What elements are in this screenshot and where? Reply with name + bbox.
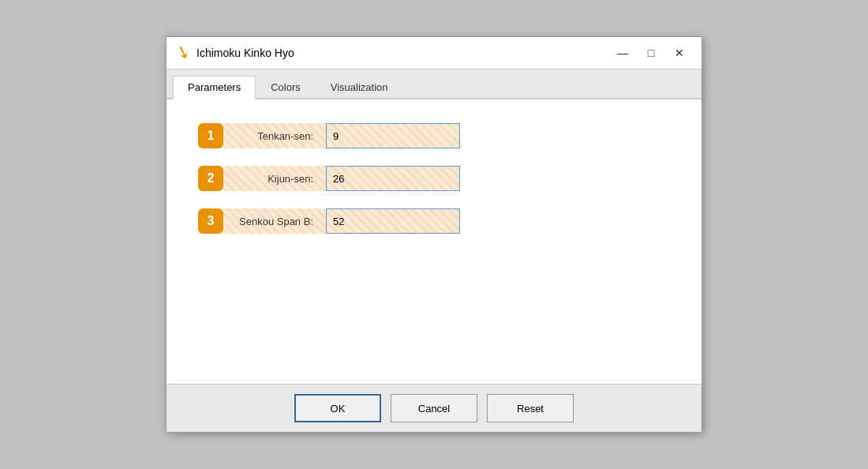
footer: OK Cancel Reset xyxy=(166,384,702,432)
window-title: Ichimoku Kinko Hyo xyxy=(196,47,294,59)
minimize-button[interactable]: — xyxy=(610,43,635,62)
tab-colors[interactable]: Colors xyxy=(256,76,316,99)
tab-parameters[interactable]: Parameters xyxy=(173,76,256,99)
param-input-tenkan[interactable] xyxy=(326,123,460,148)
title-bar-left: ➘ Ichimoku Kinko Hyo xyxy=(176,44,294,62)
param-row-1: 1 Tenkan-sen: xyxy=(198,123,670,148)
param-label-senkou: Senkou Span B: xyxy=(223,208,326,234)
ok-button[interactable]: OK xyxy=(294,394,381,422)
maximize-button[interactable]: □ xyxy=(638,43,664,62)
param-row-3: 3 Senkou Span B: xyxy=(198,208,670,234)
badge-1: 1 xyxy=(198,123,223,148)
title-bar-controls: — □ ✕ xyxy=(610,43,692,62)
close-button[interactable]: ✕ xyxy=(667,43,692,62)
param-row-2: 2 Kijun-sen: xyxy=(198,166,670,191)
badge-3: 3 xyxy=(198,208,223,234)
content-area: 1 Tenkan-sen: 2 Kijun-sen: 3 Senkou Span… xyxy=(166,99,702,384)
badge-2: 2 xyxy=(198,166,223,191)
tab-bar: Parameters Colors Visualization xyxy=(166,69,702,99)
title-bar: ➘ Ichimoku Kinko Hyo — □ ✕ xyxy=(166,37,702,69)
param-label-tenkan: Tenkan-sen: xyxy=(223,123,326,148)
cancel-button[interactable]: Cancel xyxy=(391,394,477,422)
dialog-window: ➘ Ichimoku Kinko Hyo — □ ✕ Parameters Co… xyxy=(166,36,702,433)
tab-visualization[interactable]: Visualization xyxy=(316,76,403,99)
param-input-kijun[interactable] xyxy=(326,166,460,191)
param-label-kijun: Kijun-sen: xyxy=(223,166,326,191)
arrow-icon: ➘ xyxy=(174,43,193,64)
reset-button[interactable]: Reset xyxy=(487,394,574,422)
param-input-senkou[interactable] xyxy=(326,208,460,234)
